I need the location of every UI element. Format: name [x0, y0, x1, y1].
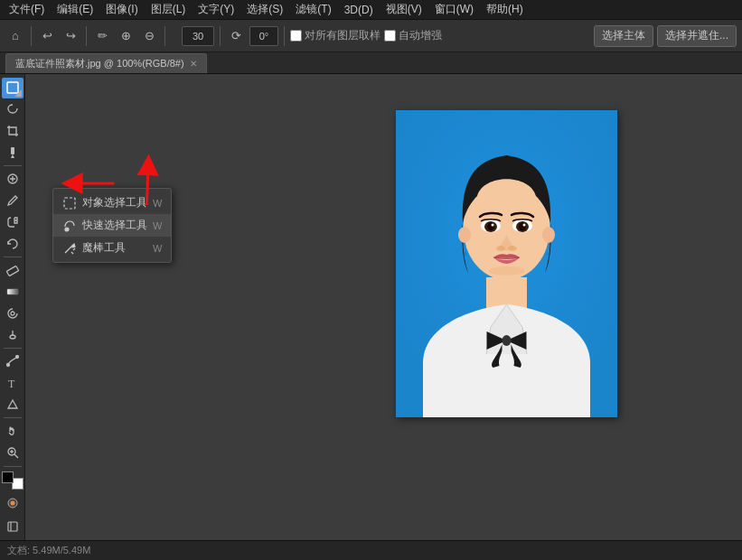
- menu-view[interactable]: 视图(V): [380, 0, 427, 19]
- canvas-area[interactable]: 对象选择工具 W 快速选择工具 W: [25, 74, 742, 540]
- tool-sep-1: [4, 165, 22, 166]
- tool-blur[interactable]: [2, 303, 23, 323]
- angle-input[interactable]: [249, 26, 278, 46]
- tab-label: 蓝底证件照素材.jpg @ 100%(RGB/8#): [15, 57, 184, 70]
- tool-sep-3: [4, 348, 22, 349]
- ctx-item-object-shortcut: W: [153, 198, 162, 209]
- menu-3d[interactable]: 3D(D): [339, 2, 379, 18]
- tool-history-brush[interactable]: [2, 233, 23, 254]
- svg-point-43: [65, 228, 69, 231]
- menu-edit[interactable]: 编辑(E): [52, 0, 99, 19]
- main-area: T: [0, 74, 742, 540]
- tool-hand[interactable]: [2, 421, 23, 442]
- svg-point-7: [10, 335, 15, 339]
- toolbar-sep-1: [31, 26, 32, 46]
- menu-window[interactable]: 窗口(W): [429, 0, 479, 19]
- menu-layer[interactable]: 图层(L): [146, 0, 192, 19]
- tool-heal[interactable]: [2, 169, 23, 190]
- object-select-icon: [62, 196, 77, 210]
- menu-filter[interactable]: 滤镜(T): [290, 0, 336, 19]
- toolbar-sep-3: [164, 26, 165, 46]
- svg-point-35: [496, 246, 505, 251]
- tool-gradient[interactable]: [2, 282, 23, 303]
- tool-screen-mode[interactable]: [2, 516, 23, 537]
- angle-icon[interactable]: ⟳: [226, 26, 246, 46]
- svg-rect-18: [8, 522, 17, 531]
- tab-close-icon[interactable]: ✕: [190, 59, 197, 69]
- magic-wand-icon: [62, 241, 77, 256]
- svg-line-47: [71, 252, 73, 254]
- svg-point-17: [10, 500, 14, 505]
- svg-point-9: [6, 364, 9, 367]
- tool-zoom[interactable]: [2, 443, 23, 463]
- svg-rect-5: [7, 289, 18, 294]
- status-doc-info: 文档: 5.49M/5.49M: [7, 544, 90, 557]
- svg-point-6: [11, 312, 14, 315]
- brush-minus-icon[interactable]: ⊖: [139, 26, 159, 46]
- tool-eyedropper[interactable]: [2, 142, 23, 163]
- tool-text[interactable]: T: [2, 373, 23, 394]
- menu-file[interactable]: 文件(F): [4, 0, 50, 19]
- select-subject-button[interactable]: 选择主体: [594, 25, 653, 47]
- tool-path[interactable]: [2, 351, 23, 372]
- all-layers-label: 对所有图层取样: [305, 28, 380, 43]
- menu-text[interactable]: 文字(Y): [193, 0, 240, 19]
- tool-quick-mask[interactable]: [2, 492, 23, 513]
- tool-move[interactable]: [2, 78, 23, 98]
- svg-rect-4: [6, 266, 18, 276]
- foreground-color-swatch[interactable]: [2, 471, 14, 483]
- menu-help[interactable]: 帮助(H): [481, 0, 529, 19]
- svg-marker-2: [11, 154, 14, 158]
- brush-alt-icon[interactable]: ⊕: [116, 26, 136, 46]
- tool-crop[interactable]: [2, 121, 23, 142]
- svg-point-30: [492, 224, 494, 227]
- all-layers-checkbox[interactable]: [290, 30, 302, 42]
- svg-point-36: [508, 246, 517, 251]
- all-layers-group: 对所有图层取样: [290, 28, 380, 43]
- menu-image[interactable]: 图像(I): [100, 0, 143, 19]
- tool-brush[interactable]: [2, 191, 23, 211]
- tool-context-menu: 对象选择工具 W 快速选择工具 W: [52, 188, 172, 263]
- svg-line-44: [65, 246, 72, 253]
- ctx-item-magic-wand[interactable]: 魔棒工具 W: [53, 237, 171, 259]
- svg-point-10: [15, 356, 18, 359]
- color-swatches[interactable]: [2, 471, 23, 490]
- svg-point-25: [458, 227, 471, 243]
- svg-point-23: [502, 335, 512, 346]
- brush-icon[interactable]: ✏: [92, 26, 112, 46]
- brush-size-input[interactable]: [182, 26, 214, 46]
- quick-select-icon: [62, 219, 77, 233]
- ctx-item-quick-label: 快速选择工具: [82, 218, 147, 233]
- tool-clone[interactable]: [2, 211, 23, 232]
- document-tab[interactable]: 蓝底证件照素材.jpg @ 100%(RGB/8#) ✕: [5, 53, 207, 73]
- tool-eraser[interactable]: [2, 260, 23, 281]
- svg-point-26: [542, 227, 555, 243]
- menu-select[interactable]: 选择(S): [241, 0, 288, 19]
- menubar: 文件(F) 编辑(E) 图像(I) 图层(L) 文字(Y) 选择(S) 滤镜(T…: [0, 0, 742, 20]
- ctx-item-quick-select[interactable]: 快速选择工具 W: [53, 214, 171, 237]
- svg-rect-42: [64, 198, 75, 209]
- select-refine-button[interactable]: 选择并遮住...: [657, 25, 737, 47]
- tool-lasso[interactable]: [2, 99, 23, 120]
- toolbar: ⌂ ↩ ↪ ✏ ⊕ ⊖ ⟳ 对所有图层取样 自动增强 选择主体 选择并遮住...: [0, 20, 742, 52]
- tabbar: 蓝底证件照素材.jpg @ 100%(RGB/8#) ✕: [0, 52, 742, 74]
- ctx-item-object-select[interactable]: 对象选择工具 W: [53, 191, 171, 214]
- enhance-checkbox[interactable]: [384, 30, 396, 42]
- svg-rect-0: [7, 82, 18, 93]
- tool-shape[interactable]: [2, 394, 23, 415]
- tool-dodge[interactable]: [2, 324, 23, 345]
- tool-sep-2: [4, 257, 22, 257]
- tool-sep-5: [4, 466, 22, 467]
- photo-canvas: [396, 110, 617, 417]
- enhance-group: 自动增强: [384, 28, 442, 43]
- toolbar-sep-2: [86, 26, 87, 46]
- svg-line-46: [73, 248, 75, 250]
- toolbar-sep-5: [284, 26, 285, 46]
- home-icon[interactable]: ⌂: [5, 26, 25, 46]
- svg-text:T: T: [8, 378, 15, 389]
- redo-icon[interactable]: ↪: [61, 26, 80, 46]
- ctx-item-quick-shortcut: W: [153, 220, 162, 231]
- left-toolbar: T: [0, 74, 25, 540]
- undo-icon[interactable]: ↩: [37, 26, 57, 46]
- ctx-item-wand-shortcut: W: [153, 243, 162, 254]
